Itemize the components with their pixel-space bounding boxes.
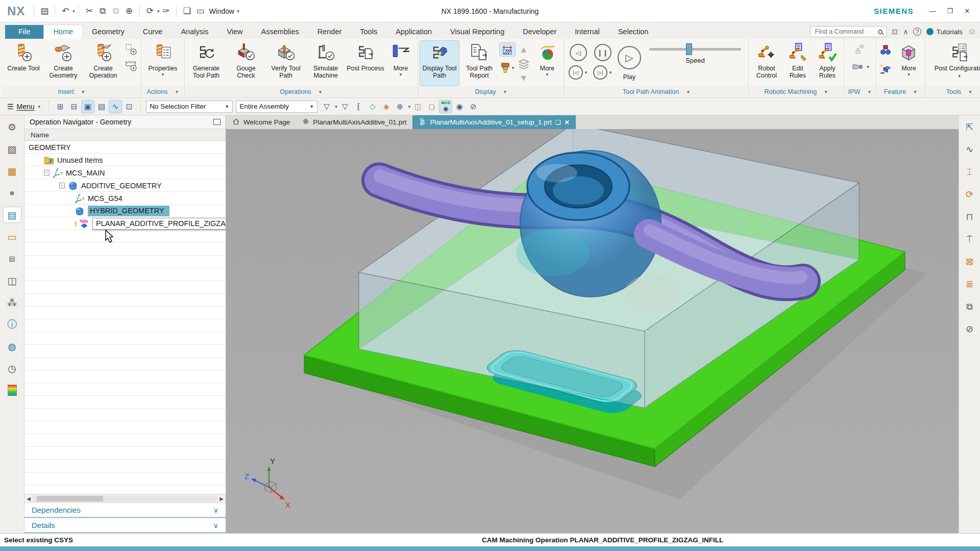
move-up-icon[interactable]: ▲ <box>516 43 531 56</box>
3d-viewport[interactable]: Y Z X <box>226 129 959 533</box>
go-to-start-button[interactable]: |◁ <box>569 65 583 80</box>
tool-columns-icon[interactable]: ⌶ <box>961 164 978 180</box>
create-method-button[interactable] <box>124 59 139 72</box>
tree-node-label[interactable]: MCS_G54 <box>88 194 122 203</box>
chevron-down-icon[interactable]: ▼ <box>584 70 588 75</box>
teach-features-button[interactable] <box>878 62 893 76</box>
mcs-display-icon[interactable]: MCS◉ <box>439 101 452 113</box>
navigator-maximize-button[interactable] <box>213 119 220 125</box>
brush-icon[interactable]: ✑ <box>159 5 173 18</box>
save-icon[interactable]: ▤ <box>38 5 51 18</box>
post-configurator-button[interactable]: Post Configurator ▼ <box>933 41 980 86</box>
window-select-icon[interactable]: ⁅ <box>353 101 365 113</box>
hd3d-tools-icon[interactable]: ◫ <box>4 273 21 288</box>
tree-row[interactable]: GEOMETRY <box>24 141 226 154</box>
operation-navigator-icon[interactable]: ▤ <box>4 207 21 222</box>
toolpath-zigzag-icon[interactable]: ∿ <box>961 142 978 157</box>
tree-node-label[interactable]: GEOMETRY <box>29 143 71 152</box>
assembly-navigator-icon[interactable]: ▧ <box>4 141 21 157</box>
apply-rules-button[interactable]: Apply Rules <box>813 41 842 86</box>
delete-stack-icon[interactable]: ⊠ <box>961 254 978 269</box>
minimize-button[interactable]: — <box>925 5 940 18</box>
ipw-cone-button[interactable] <box>850 60 865 73</box>
close-tab-icon[interactable]: ✕ <box>565 119 570 126</box>
ribbon-tab-curve[interactable]: Curve <box>134 25 172 39</box>
tree-node-label[interactable]: Unused Items <box>57 156 103 164</box>
ribbon-tab-home[interactable]: Home <box>43 24 83 39</box>
generate-tool-path-button[interactable]: Generate Tool Path <box>187 41 226 86</box>
speed-slider[interactable] <box>649 48 741 51</box>
timestamp-order-icon[interactable]: ▤ <box>95 101 108 113</box>
tree-row[interactable]: HYBRID_GEOMETRY <box>24 205 226 217</box>
tool-display-button[interactable]: ▼ <box>500 59 515 77</box>
ribbon-tab-geometry[interactable]: Geometry <box>83 25 134 39</box>
history-icon[interactable]: ◷ <box>4 361 21 376</box>
dependencies-browser-icon[interactable]: ⁂ <box>4 295 21 310</box>
window-menu-label[interactable]: Window <box>209 7 234 15</box>
machine-tool-navigator-icon[interactable]: ▭ <box>4 229 21 244</box>
tree-expander-icon[interactable]: − <box>59 183 65 188</box>
chevron-down-icon[interactable]: ▼ <box>608 70 612 75</box>
find-command-input[interactable] <box>810 26 887 37</box>
palette-icon[interactable] <box>4 383 21 398</box>
tree-row[interactable]: −ADDITIVE_GEOMETRY <box>24 179 226 192</box>
feedback-smiley-icon[interactable]: ☺ <box>968 27 976 36</box>
chevron-down-icon[interactable]: ▼ <box>913 90 917 94</box>
cut-icon[interactable]: ✂ <box>83 5 96 18</box>
post-process-button[interactable]: Post Process <box>346 41 385 86</box>
expand-tree-icon[interactable]: ⊟ <box>68 101 80 113</box>
ribbon-tab-view[interactable]: View <box>217 25 252 39</box>
details-section-header[interactable]: Details∨ <box>24 518 226 533</box>
ribbon-tab-analysis[interactable]: Analysis <box>172 25 217 39</box>
navigator-horizontal-scrollbar[interactable]: ◀ ▶ <box>24 494 226 503</box>
undo-icon[interactable]: ↶ <box>59 5 72 18</box>
internet-explorer-icon[interactable]: ◍ <box>4 339 21 354</box>
reuse-library-icon[interactable]: ⧈ <box>4 251 21 266</box>
clamp-icon[interactable]: ⊓ <box>961 209 978 224</box>
ribbon-tab-application[interactable]: Application <box>386 25 441 39</box>
help-icon[interactable]: ? <box>913 28 921 36</box>
properties-button[interactable]: Properties ▼ <box>143 41 182 86</box>
menu-button[interactable]: ☰ Menu ▾ <box>4 102 43 112</box>
tree-row[interactable]: MCS_G54 <box>24 192 226 205</box>
gear-icon[interactable]: ⚙ <box>4 119 21 135</box>
exchange-icon[interactable]: ⟳ <box>143 5 157 18</box>
ribbon-tab-tools[interactable]: Tools <box>351 25 386 39</box>
selection-scope-dropdown[interactable]: Entire Assembly▼ <box>236 101 317 113</box>
tree-node-label[interactable]: HYBRID_GEOMETRY <box>88 206 169 216</box>
chevron-down-icon[interactable]: ▼ <box>503 90 507 94</box>
chevron-down-icon[interactable]: ▼ <box>318 90 323 94</box>
go-to-end-button[interactable]: ▷| <box>593 65 607 80</box>
verify-tool-path-button[interactable]: Verify Tool Path <box>266 41 305 86</box>
filter-reset-icon[interactable]: ▽ <box>339 101 351 113</box>
more-feature-button[interactable]: More ▼ <box>894 41 923 86</box>
overhang-dimension-icon[interactable]: ⇱ <box>961 119 978 135</box>
create-geometry-button[interactable]: Create Geometry <box>44 41 83 86</box>
tool-path-report-button[interactable]: Tool Path Report <box>460 41 499 86</box>
part-navigator-icon[interactable]: ● <box>4 185 21 201</box>
close-button[interactable]: ✕ <box>960 5 975 18</box>
point-target-icon[interactable]: ⊕ <box>394 101 406 113</box>
fullscreen-icon[interactable]: ⊡ <box>892 28 898 36</box>
show-eye-icon[interactable]: ◉ <box>453 101 465 113</box>
find-features-button[interactable] <box>878 44 893 57</box>
paste-icon[interactable]: ⧉ <box>109 5 122 18</box>
tree-node-label[interactable]: MCS_MAIN <box>66 169 105 177</box>
machine-view-icon[interactable]: ⊡ <box>123 101 135 113</box>
move-down-icon[interactable]: ▼ <box>516 71 531 85</box>
more-operations-button[interactable]: More ▼ <box>386 41 415 86</box>
tree-node-label[interactable]: ADDITIVE_GEOMETRY <box>81 182 162 190</box>
suppress-eye-icon[interactable]: ⊘ <box>961 321 978 337</box>
create-feature-group-button[interactable] <box>124 43 139 56</box>
robot-control-button[interactable]: Robot Control <box>751 41 782 86</box>
create-tool-button[interactable]: Create Tool <box>4 41 43 86</box>
chevron-down-icon[interactable]: ▼ <box>81 90 85 94</box>
chevron-down-icon[interactable]: ▼ <box>824 90 828 94</box>
chevron-down-icon[interactable]: ▾ <box>408 104 411 109</box>
scrollbar-thumb[interactable] <box>37 496 103 502</box>
simulate-machine-button[interactable]: Simulate Machine <box>306 41 345 86</box>
copy-path-icon[interactable]: ⧉ <box>961 299 978 314</box>
maximize-button[interactable]: ❐ <box>942 5 958 18</box>
chevron-down-icon[interactable]: ▼ <box>175 90 179 94</box>
hide-eye-icon[interactable]: ⊘ <box>467 101 479 113</box>
